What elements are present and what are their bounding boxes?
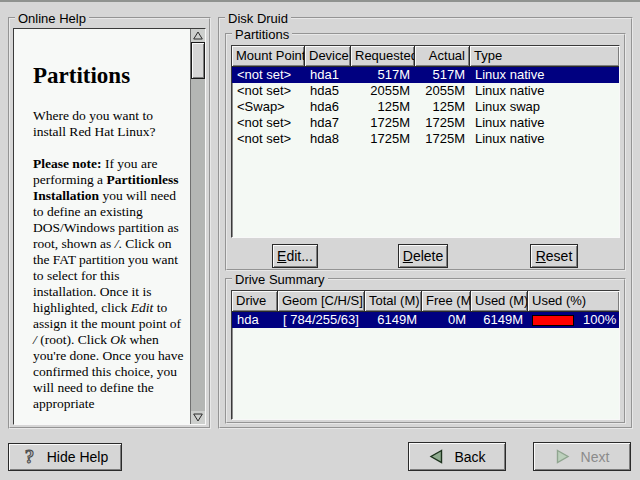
help-paragraph-1: Where do you want to install Red Hat Lin… [33,108,184,140]
cell-total: 6149M [365,312,422,328]
col-header-free[interactable]: Free (M) [422,291,471,311]
disk-druid-frame: Disk Druid Partitions Mount Point Device… [218,17,633,429]
help-text-area: Partitions Where do you want to install … [13,28,206,425]
cell-actual: 517M [415,67,470,83]
partitions-frame-label: Partitions [232,27,292,42]
back-button[interactable]: Back [408,442,506,471]
cell-type: Linux swap [470,99,619,115]
back-arrow-icon [428,449,444,464]
usage-percent-label: 100% [583,312,616,328]
cell-free: 0M [422,312,471,328]
cell-mount-point: <not set> [232,115,305,131]
next-label: Next [581,449,610,465]
col-header-actual[interactable]: Actual [415,46,470,66]
col-header-used-pct[interactable]: Used (%) [528,291,619,311]
scroll-down-arrow-icon [193,413,203,422]
drive-summary-frame-label: Drive Summary [232,272,328,287]
online-help-frame: Online Help Partitions Where do you want… [8,17,211,429]
cell-actual: 125M [415,99,470,115]
cell-used-m: 6149M [471,312,528,328]
cell-requested: 1725M [351,131,415,147]
cell-requested: 2055M [351,83,415,99]
cell-device: hda6 [305,99,351,115]
delete-button[interactable]: Delete [398,244,448,268]
installer-window: Online Help Partitions Where do you want… [0,0,640,480]
cell-drive: hda [232,312,278,328]
drive-summary-table: Drive Geom [C/H/S] Total (M) Free (M) Us… [231,290,620,420]
col-header-requested[interactable]: Requested [351,46,415,66]
partition-row-hda7[interactable]: <not set> hda7 1725M 1725M Linux native [232,115,619,131]
cell-device: hda1 [305,67,351,83]
cell-mount-point: <not set> [232,131,305,147]
scrollbar-thumb[interactable] [191,42,205,79]
cell-device: hda7 [305,115,351,131]
partition-row-hda1[interactable]: <not set> hda1 517M 517M Linux native [232,67,619,83]
cell-device: hda5 [305,83,351,99]
cell-type: Linux native [470,131,619,147]
col-header-mount-point[interactable]: Mount Point [232,46,305,66]
partitions-frame: Partitions Mount Point Device Requested … [225,33,626,271]
col-header-type[interactable]: Type [470,46,619,66]
cell-type: Linux native [470,83,619,99]
reset-button[interactable]: Reset [530,244,578,268]
online-help-frame-label: Online Help [15,11,89,26]
cell-requested: 517M [351,67,415,83]
cell-actual: 1725M [415,115,470,131]
cell-mount-point: <Swap> [232,99,305,115]
scroll-down-button[interactable] [191,411,205,424]
col-header-drive[interactable]: Drive [232,291,278,311]
col-header-device[interactable]: Device [305,46,351,66]
partition-row-hda6[interactable]: <Swap> hda6 125M 125M Linux swap [232,99,619,115]
col-header-geom[interactable]: Geom [C/H/S] [278,291,365,311]
window-top-edge [0,0,640,2]
question-mark-icon: ? [22,447,37,467]
edit-button[interactable]: Edit... [272,244,318,268]
back-label: Back [454,449,485,465]
hide-help-label: Hide Help [47,449,108,465]
cell-actual: 2055M [415,83,470,99]
drive-row-hda[interactable]: hda [ 784/255/63] 6149M 0M 6149M 100% [232,312,619,328]
help-doc-title: Partitions [33,63,184,89]
help-paragraph-2: Please note: If you are performing a Par… [33,156,184,412]
cell-used-pct: 100% [528,312,619,328]
cell-actual: 1725M [415,131,470,147]
drive-summary-frame: Drive Summary Drive Geom [C/H/S] Total (… [225,278,626,424]
partition-row-hda8[interactable]: <not set> hda8 1725M 1725M Linux native [232,131,619,147]
cell-device: hda8 [305,131,351,147]
col-header-used-m[interactable]: Used (M) [471,291,528,311]
col-header-total[interactable]: Total (M) [365,291,422,311]
help-document: Partitions Where do you want to install … [14,29,190,424]
partition-row-hda5[interactable]: <not set> hda5 2055M 2055M Linux native [232,83,619,99]
cell-requested: 125M [351,99,415,115]
cell-geom: [ 784/255/63] [278,312,365,328]
usage-bar [532,315,574,326]
drive-summary-table-header: Drive Geom [C/H/S] Total (M) Free (M) Us… [232,291,619,312]
help-scrollbar[interactable] [190,29,205,424]
cell-mount-point: <not set> [232,67,305,83]
disk-druid-frame-label: Disk Druid [225,11,291,26]
hide-help-button[interactable]: ? Hide Help [8,443,122,471]
scroll-up-arrow-icon [193,31,203,40]
cell-type: Linux native [470,115,619,131]
svg-text:?: ? [25,447,35,467]
partitions-table: Mount Point Device Requested Actual Type… [231,45,620,238]
cell-requested: 1725M [351,115,415,131]
next-arrow-icon [555,449,571,464]
partitions-table-header: Mount Point Device Requested Actual Type [232,46,619,67]
cell-type: Linux native [470,67,619,83]
cell-mount-point: <not set> [232,83,305,99]
scroll-up-button[interactable] [191,29,205,42]
next-button[interactable]: Next [533,442,631,471]
